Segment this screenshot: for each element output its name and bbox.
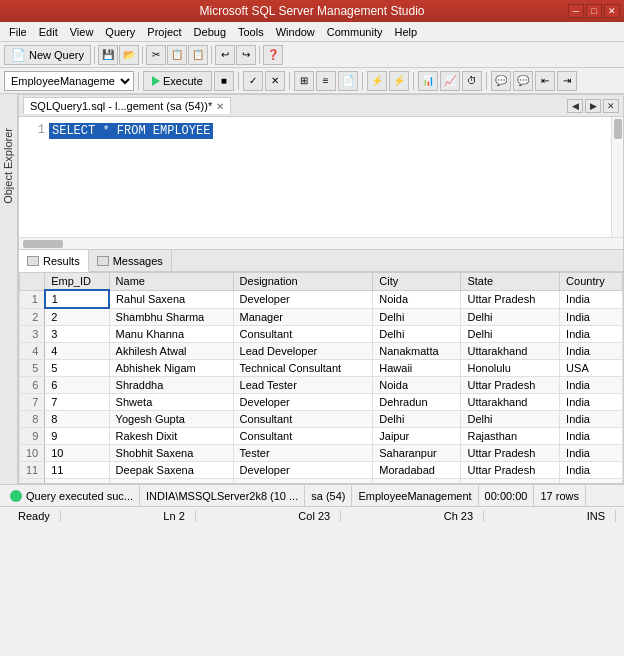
new-query-button[interactable]: 📄 New Query — [4, 45, 91, 65]
menu-query[interactable]: Query — [100, 25, 140, 39]
cell-designation[interactable]: Developer — [233, 394, 373, 411]
table-row[interactable]: 55Abhishek NigamTechnical ConsultantHawa… — [20, 360, 623, 377]
table-row[interactable]: 1212VikasDeveloperFaridabadHaryanaIndia — [20, 479, 623, 484]
time-stats[interactable]: ⏱ — [462, 71, 482, 91]
menu-help[interactable]: Help — [389, 25, 422, 39]
cell-state[interactable]: Haryana — [461, 479, 560, 484]
parse-button[interactable]: ✓ — [243, 71, 263, 91]
menu-tools[interactable]: Tools — [233, 25, 269, 39]
cell-emp-id[interactable]: 1 — [45, 290, 109, 308]
cell-name[interactable]: Abhishek Nigam — [109, 360, 233, 377]
scroll-thumb[interactable] — [614, 119, 622, 139]
cell-city[interactable]: Saharanpur — [373, 445, 461, 462]
tab-messages[interactable]: Messages — [89, 250, 172, 271]
cell-city[interactable]: Moradabad — [373, 462, 461, 479]
cell-city[interactable]: Noida — [373, 377, 461, 394]
paste-button[interactable]: 📋 — [188, 45, 208, 65]
hscroll-thumb[interactable] — [23, 240, 63, 248]
cell-state[interactable]: Delhi — [461, 308, 560, 326]
cell-name[interactable]: Shraddha — [109, 377, 233, 394]
menu-project[interactable]: Project — [142, 25, 186, 39]
uncomment[interactable]: 💬 — [513, 71, 533, 91]
cell-state[interactable]: Uttarakhand — [461, 343, 560, 360]
cell-designation[interactable]: Technical Consultant — [233, 360, 373, 377]
decrease-indent[interactable]: ⇤ — [535, 71, 555, 91]
comment-out[interactable]: 💬 — [491, 71, 511, 91]
cell-designation[interactable]: Consultant — [233, 428, 373, 445]
cell-country[interactable]: India — [560, 445, 623, 462]
cell-designation[interactable]: Lead Developer — [233, 343, 373, 360]
cell-emp-id[interactable]: 12 — [45, 479, 109, 484]
cell-name[interactable]: Rahul Saxena — [109, 290, 233, 308]
object-explorer-label[interactable]: Object Explorer — [0, 124, 16, 208]
cell-emp-id[interactable]: 7 — [45, 394, 109, 411]
cell-city[interactable]: Dehradun — [373, 394, 461, 411]
horizontal-scrollbar[interactable] — [19, 237, 623, 249]
table-row[interactable]: 66ShraddhaLead TesterNoidaUttar PradeshI… — [20, 377, 623, 394]
stop-button[interactable]: ■ — [214, 71, 234, 91]
cancel-exec-button[interactable]: ✕ — [265, 71, 285, 91]
cell-country[interactable]: USA — [560, 360, 623, 377]
cell-name[interactable]: Shobhit Saxena — [109, 445, 233, 462]
query-tab-close-button[interactable]: ✕ — [216, 101, 224, 112]
cell-name[interactable]: Deepak Saxena — [109, 462, 233, 479]
query-tab[interactable]: SQLQuery1.sql - l...gement (sa (54))* ✕ — [23, 97, 231, 114]
table-row[interactable]: 1010Shobhit SaxenaTesterSaharanpurUttar … — [20, 445, 623, 462]
save-button[interactable]: 💾 — [98, 45, 118, 65]
cell-name[interactable]: Vikas — [109, 479, 233, 484]
cell-emp-id[interactable]: 10 — [45, 445, 109, 462]
execute-button[interactable]: Execute — [143, 71, 212, 91]
menu-edit[interactable]: Edit — [34, 25, 63, 39]
cell-designation[interactable]: Tester — [233, 445, 373, 462]
results-to-text[interactable]: ≡ — [316, 71, 336, 91]
menu-window[interactable]: Window — [271, 25, 320, 39]
io-stats[interactable]: 📈 — [440, 71, 460, 91]
maximize-button[interactable]: □ — [586, 4, 602, 18]
cell-city[interactable]: Delhi — [373, 411, 461, 428]
menu-file[interactable]: File — [4, 25, 32, 39]
tab-scroll-left[interactable]: ◀ — [567, 99, 583, 113]
include-actual[interactable]: ⚡ — [389, 71, 409, 91]
cell-country[interactable]: India — [560, 290, 623, 308]
cell-state[interactable]: Delhi — [461, 411, 560, 428]
cell-designation[interactable]: Developer — [233, 462, 373, 479]
results-to-file[interactable]: 📄 — [338, 71, 358, 91]
table-row[interactable]: 1111Deepak SaxenaDeveloperMoradabadUttar… — [20, 462, 623, 479]
open-button[interactable]: 📂 — [119, 45, 139, 65]
vertical-scrollbar[interactable] — [611, 117, 623, 237]
cell-city[interactable]: Nanakmatta — [373, 343, 461, 360]
cell-name[interactable]: Manu Khanna — [109, 326, 233, 343]
data-table-container[interactable]: Emp_ID Name Designation City State Count… — [19, 272, 623, 483]
cell-state[interactable]: Uttar Pradesh — [461, 445, 560, 462]
cell-city[interactable]: Noida — [373, 290, 461, 308]
increase-indent[interactable]: ⇥ — [557, 71, 577, 91]
tab-scroll-right[interactable]: ▶ — [585, 99, 601, 113]
cell-emp-id[interactable]: 2 — [45, 308, 109, 326]
sql-code[interactable]: SELECT * FROM EMPLOYEE — [49, 123, 213, 139]
cell-name[interactable]: Shambhu Sharma — [109, 308, 233, 326]
cell-city[interactable]: Hawaii — [373, 360, 461, 377]
database-dropdown[interactable]: EmployeeManagement — [4, 71, 134, 91]
cell-designation[interactable]: Consultant — [233, 411, 373, 428]
minimize-button[interactable]: ─ — [568, 4, 584, 18]
cell-country[interactable]: India — [560, 462, 623, 479]
cell-designation[interactable]: Developer — [233, 290, 373, 308]
cell-emp-id[interactable]: 8 — [45, 411, 109, 428]
cut-button[interactable]: ✂ — [146, 45, 166, 65]
cell-country[interactable]: India — [560, 479, 623, 484]
cell-emp-id[interactable]: 5 — [45, 360, 109, 377]
client-stats[interactable]: 📊 — [418, 71, 438, 91]
cell-state[interactable]: Uttar Pradesh — [461, 290, 560, 308]
cell-city[interactable]: Delhi — [373, 326, 461, 343]
menu-view[interactable]: View — [65, 25, 99, 39]
cell-city[interactable]: Jaipur — [373, 428, 461, 445]
table-row[interactable]: 11Rahul SaxenaDeveloperNoidaUttar Prades… — [20, 290, 623, 308]
tab-close[interactable]: ✕ — [603, 99, 619, 113]
cell-state[interactable]: Uttarakhand — [461, 394, 560, 411]
cell-designation[interactable]: Consultant — [233, 326, 373, 343]
cell-emp-id[interactable]: 6 — [45, 377, 109, 394]
table-row[interactable]: 99Rakesh DixitConsultantJaipurRajasthanI… — [20, 428, 623, 445]
show-estimated[interactable]: ⚡ — [367, 71, 387, 91]
cell-country[interactable]: India — [560, 326, 623, 343]
table-row[interactable]: 44Akhilesh AtwalLead DeveloperNanakmatta… — [20, 343, 623, 360]
